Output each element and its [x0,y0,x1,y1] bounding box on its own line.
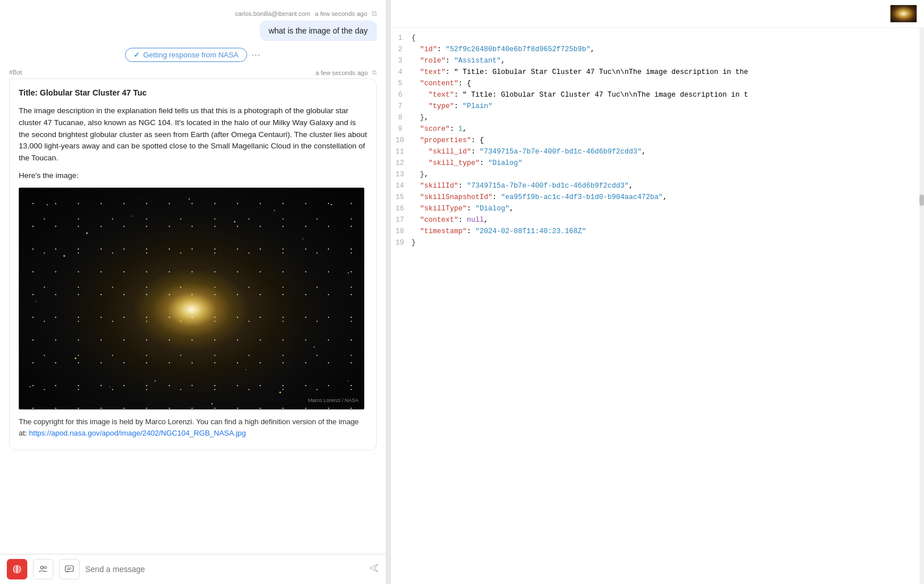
json-line-content: "skillId": "7349715a-7b7e-400f-bd1c-46d6… [411,180,924,192]
star-cluster-image: Marco Lorenzi / NASA [19,188,364,409]
json-line-number: 4 [391,67,411,78]
json-line: 17 "context": null, [391,214,924,226]
panel-divider [386,0,391,584]
json-line-number: 11 [391,146,411,158]
json-line-number: 1 [391,32,411,44]
user-message-wrapper: carlos.bonilla@iberant.com a few seconds… [9,9,377,41]
json-line-number: 14 [391,180,411,192]
json-line: 15 "skillSnapshotId": "ea95f19b-ac1c-4df… [391,192,924,203]
svg-point-6 [302,238,303,239]
user-message-text: what is the image of the day [269,26,368,35]
send-button[interactable] [369,563,379,576]
chat-panel: carlos.bonilla@iberant.com a few seconds… [0,0,386,584]
svg-point-1 [86,233,88,234]
people-icon-button[interactable] [33,559,53,579]
check-icon: ✓ [134,51,140,59]
bot-time: a few seconds ago [315,69,368,76]
json-line-content: "type": "Plain" [411,101,924,112]
svg-point-3 [189,198,190,200]
message-input[interactable] [85,565,363,574]
scrollbar-thumb[interactable] [919,194,924,206]
json-line-number: 19 [391,237,411,248]
json-line-number: 3 [391,55,411,67]
json-line-content: "properties": { [411,135,924,146]
here-image-label: Here's the image: [19,170,367,182]
chat-icon [65,565,74,574]
user-bubble: what is the image of the day [260,20,377,41]
json-line-number: 15 [391,192,411,203]
globe-icon [13,565,22,574]
json-line: 1{ [391,32,924,44]
user-time: a few seconds ago [315,10,367,17]
svg-point-7 [331,204,332,205]
json-line-content: "timestamp": "2024-02-08T11:40:23.168Z" [411,226,924,237]
json-line: 16 "skillType": "Dialog", [391,203,924,214]
status-label: Getting response from NASA [143,51,239,59]
svg-point-17 [348,380,349,382]
json-line-content: "skillSnapshotId": "ea95f19b-ac1c-4df3-b… [411,192,924,203]
json-line-content: "role": "Assistant", [411,55,924,67]
chat-icon-button[interactable] [59,559,80,579]
copy-icon[interactable]: ⧉ [372,9,377,18]
svg-point-12 [314,346,315,347]
json-line-number: 8 [391,112,411,123]
json-line-content: "skillType": "Dialog", [411,203,924,214]
json-line-content: "text": " Title: Globular Star Cluster 4… [411,89,924,101]
svg-point-5 [274,210,275,211]
json-line-content: { [411,32,924,44]
json-line: 3 "role": "Assistant", [391,55,924,67]
json-line: 14 "skillId": "7349715a-7b7e-400f-bd1c-4… [391,180,924,192]
json-line-content: }, [411,169,924,180]
json-line-number: 10 [391,135,411,146]
json-content[interactable]: 1{2 "id": "52f9c26480bf40e6b7f8d9652f725… [391,28,924,584]
bot-paragraph1: The image description in the explanation… [19,105,367,165]
json-line: 4 "text": " Title: Globular Star Cluster… [391,67,924,78]
json-line: 13 }, [391,169,924,180]
svg-point-15 [155,380,156,382]
json-line-number: 18 [391,226,411,237]
svg-point-0 [47,204,48,205]
json-line: 11 "skill_id": "7349715a-7b7e-400f-bd1c-… [391,146,924,158]
json-line-content: } [411,237,924,248]
bot-bubble: Title: Globular Star Cluster 47 Tuc The … [9,78,377,450]
status-more-button[interactable]: ··· [252,50,261,60]
json-line: 10 "properties": { [391,135,924,146]
svg-point-8 [35,301,36,302]
svg-point-2 [132,216,133,217]
bot-message-meta: #Bot a few seconds ago ⧉ [9,69,377,76]
svg-point-10 [75,358,77,359]
json-line: 18 "timestamp": "2024-02-08T11:40:23.168… [391,226,924,237]
json-line-content: "id": "52f9c26480bf40e6b7f8d9652f725b9b"… [411,44,924,55]
nasa-image-link[interactable]: https://apod.nasa.gov/apod/image/2402/NG… [29,429,246,437]
json-line-content: "content": { [411,78,924,89]
json-line-content: "score": 1, [411,123,924,135]
status-bar: ✓ Getting response from NASA ··· [9,48,377,62]
json-line: 19} [391,237,924,248]
user-sender: carlos.bonilla@iberant.com [235,10,310,17]
json-line-content: "text": " Title: Globular Star Cluster 4… [411,67,924,78]
scrollbar[interactable] [919,28,924,584]
red-icon-button[interactable] [7,559,27,579]
json-line: 12 "skill_type": "Dialog" [391,158,924,169]
svg-point-16 [280,392,281,394]
svg-point-11 [245,369,247,370]
json-header [391,0,924,28]
svg-point-21 [41,566,44,569]
svg-point-13 [109,386,110,387]
json-line: 8 }, [391,112,924,123]
json-line: 2 "id": "52f9c26480bf40e6b7f8d9652f725b9… [391,44,924,55]
json-line-content: "skill_id": "7349715a-7b7e-400f-bd1c-46d… [411,146,924,158]
people-icon [39,565,48,574]
json-line-number: 12 [391,158,411,169]
json-line-number: 6 [391,89,411,101]
json-line: 9 "score": 1, [391,123,924,135]
image-watermark: Marco Lorenzi / NASA [308,397,359,405]
json-panel: 1{2 "id": "52f9c26480bf40e6b7f8d9652f725… [391,0,924,584]
bot-sender: #Bot [9,69,22,76]
json-line: 5 "content": { [391,78,924,89]
svg-point-19 [211,403,213,404]
bot-copy-icon[interactable]: ⧉ [372,69,377,76]
svg-point-9 [348,272,349,274]
json-line-content: "context": null, [411,214,924,226]
copyright-text: The copyright for this image is held by … [19,416,367,439]
